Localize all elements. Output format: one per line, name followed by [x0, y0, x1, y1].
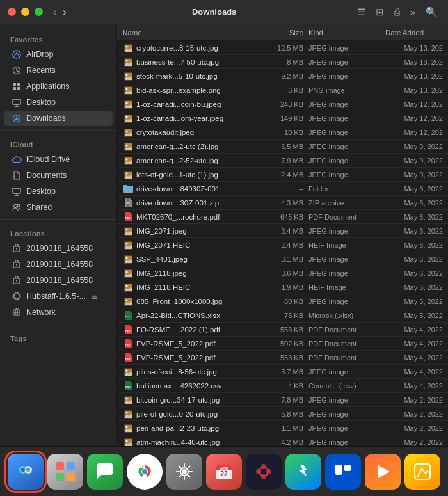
- view-list-button[interactable]: ☰: [355, 5, 368, 19]
- file-date: May 4, 2022: [385, 340, 443, 348]
- dock-item-launchpad[interactable]: [47, 454, 83, 490]
- share-button[interactable]: ⎙: [392, 5, 403, 19]
- table-row[interactable]: 1-oz-canadi...coin-bu.jpeg 243 KB JPEG i…: [117, 97, 448, 111]
- sidebar-item-applications[interactable]: Applications: [4, 79, 113, 94]
- table-row[interactable]: PDF MKT02670_...rochure.pdf 645 KB PDF D…: [117, 210, 448, 224]
- table-row[interactable]: bitcoin-gro...34-17-utc.jpg 7.8 MB JPEG …: [117, 393, 448, 407]
- dock-item-trello[interactable]: [325, 454, 361, 490]
- table-row[interactable]: PDF FVP-RSME_5_2022.pdf 553 KB PDF Docum…: [117, 351, 448, 365]
- dock-item-youtube[interactable]: [365, 454, 401, 490]
- sidebar-item-downloads[interactable]: Downloads ←: [4, 111, 113, 126]
- network-icon: [12, 307, 22, 317]
- table-row[interactable]: 685_Front_1000x1000.jpg 80 KB JPEG image…: [117, 294, 448, 308]
- back-button[interactable]: ‹: [51, 6, 59, 19]
- file-kind: PNG image: [308, 86, 385, 94]
- table-row[interactable]: american-g...2-utc (2).jpg 6.5 MB JPEG i…: [117, 140, 448, 154]
- dock-item-fantastical[interactable]: APR 22: [206, 454, 242, 490]
- svg-rect-100: [67, 462, 75, 470]
- more-button[interactable]: »: [408, 5, 418, 19]
- table-row[interactable]: atm-machin...4-40-utc.jpg 4.2 MB JPEG im…: [117, 435, 448, 446]
- file-size: 1.9 MB: [257, 284, 308, 291]
- table-row[interactable]: bid-ask-spr...example.png 6 KB PNG image…: [117, 83, 448, 97]
- sidebar-item-airdrop[interactable]: AirDrop: [4, 47, 113, 62]
- file-size: 3.7 MB: [257, 368, 308, 376]
- sidebar-item-desktop[interactable]: Desktop ←: [4, 95, 113, 110]
- sidebar-item-network[interactable]: Network: [4, 305, 113, 320]
- airdrop-icon: [12, 49, 22, 60]
- search-button[interactable]: 🔍: [423, 5, 440, 19]
- file-name: bullionmax-...4262022.csv: [136, 382, 257, 390]
- sidebar-item-shared[interactable]: Shared: [4, 200, 113, 215]
- sidebar-item-documents[interactable]: Documents: [4, 168, 113, 183]
- sidebar-item-desktop-icloud[interactable]: Desktop: [4, 184, 113, 199]
- column-headers: Name Size Kind Date Added: [117, 24, 448, 41]
- col-header-size[interactable]: Size: [257, 29, 308, 36]
- file-date: May 13, 202: [385, 86, 443, 94]
- desktop-label: Desktop: [26, 98, 56, 107]
- close-button[interactable]: [8, 8, 16, 16]
- dock-item-davinci[interactable]: [246, 454, 282, 490]
- view-grid-button[interactable]: ⊞: [373, 5, 387, 19]
- dock-item-chrome[interactable]: [127, 454, 163, 490]
- recents-icon: [12, 65, 22, 76]
- col-header-date[interactable]: Date Added: [385, 29, 443, 36]
- file-name: IMG_2071.jpeg: [136, 227, 257, 235]
- maximize-button[interactable]: [35, 8, 43, 16]
- icloud-icon: [12, 154, 22, 164]
- file-type-icon: [122, 240, 134, 250]
- sidebar-item-icloud-drive[interactable]: iCloud Drive: [4, 152, 113, 167]
- table-row[interactable]: 1-oz-canadi...om-year.jpeg 149 KB JPEG i…: [117, 111, 448, 125]
- svg-point-31: [125, 88, 127, 90]
- table-row[interactable]: IMG_2118.HEIC 1.9 MB HEIF Image May 6, 2…: [117, 280, 448, 294]
- dock-item-shortcuts[interactable]: [285, 454, 321, 490]
- desktop-icon: [12, 97, 22, 108]
- forward-button[interactable]: ›: [60, 6, 68, 19]
- file-type-icon: PDF: [122, 212, 134, 222]
- file-list: cryptocurre...8-15-utc.jpg 12.5 MB JPEG …: [117, 41, 448, 446]
- svg-point-113: [256, 469, 261, 474]
- dock-item-messages[interactable]: [87, 454, 123, 490]
- svg-point-97: [26, 468, 30, 472]
- table-row[interactable]: drive-downl...84930Z-001 -- Folder May 6…: [117, 182, 448, 196]
- table-row[interactable]: crytotaxaudit.jpeg 10 KB JPEG image May …: [117, 125, 448, 140]
- desktop-icloud-label: Desktop: [26, 187, 56, 196]
- table-row[interactable]: business-te...7-50-utc.jpg 8 MB JPEG ima…: [117, 55, 448, 69]
- minimize-button[interactable]: [21, 8, 29, 16]
- table-row[interactable]: SSP_4401.jpeg 3.1 MB JPEG image May 6, 2…: [117, 252, 448, 266]
- sidebar-item-recents[interactable]: Recents: [4, 63, 113, 78]
- dock-item-finder[interactable]: [8, 454, 44, 490]
- col-header-name[interactable]: Name: [122, 29, 257, 36]
- table-row[interactable]: IMG_2118.jpeg 3.6 MB JPEG image May 6, 2…: [117, 266, 448, 280]
- table-row[interactable]: CSV bullionmax-...4262022.csv 4 KB Commt…: [117, 379, 448, 393]
- file-size: 80 KB: [257, 298, 308, 305]
- file-date: May 13, 202: [385, 44, 443, 52]
- sidebar-item-hubstaff[interactable]: Hubstaff-1.6.5-... ⏏: [4, 289, 113, 304]
- table-row[interactable]: PDF FVP-RSME_5_2022.pdf 502 KB PDF Docum…: [117, 337, 448, 351]
- loc1-label: 20190318_164558: [26, 244, 93, 253]
- dock-item-settings[interactable]: [166, 454, 202, 490]
- table-row[interactable]: ZIP drive-downl...30Z-001.zip 4.3 MB ZIP…: [117, 196, 448, 210]
- table-row[interactable]: XLS Apr-22-BitI...CTIONS.xlsx 75 KB Micr…: [117, 308, 448, 323]
- sidebar-item-loc3[interactable]: 20190318_164558: [4, 273, 113, 288]
- table-row[interactable]: piles-of-coi...8-56-utc.jpg 3.7 MB JPEG …: [117, 365, 448, 379]
- col-header-kind[interactable]: Kind: [308, 29, 385, 36]
- svg-text:PDF: PDF: [125, 357, 131, 360]
- table-row[interactable]: stock-mark...5-10-utc.jpg 9.2 MB JPEG im…: [117, 69, 448, 83]
- file-date: May 6, 2022: [385, 284, 443, 291]
- table-row[interactable]: IMG_2071.jpeg 3.4 MB JPEG image May 6, 2…: [117, 224, 448, 238]
- table-row[interactable]: cryptocurre...8-15-utc.jpg 12.5 MB JPEG …: [117, 41, 448, 55]
- sidebar-item-loc1[interactable]: 20190318_164558: [4, 241, 113, 256]
- table-row[interactable]: pile-of-gold...0-20-utc.jpg 5.8 MB JPEG …: [117, 407, 448, 421]
- file-name: pile-of-gold...0-20-utc.jpg: [136, 410, 257, 418]
- file-name: drive-downl...84930Z-001: [136, 185, 257, 193]
- svg-rect-8: [13, 188, 20, 193]
- table-row[interactable]: american-g...2-52-utc.jpg 7.9 MB JPEG im…: [117, 154, 448, 168]
- table-row[interactable]: lots-of-gold...1-utc (1).jpg 2.4 MB JPEG…: [117, 168, 448, 182]
- table-row[interactable]: IMG_2071.HEIC 2.4 MB HEIF Image May 6, 2…: [117, 238, 448, 252]
- table-row[interactable]: PDF FO-RSME_...2022 (1).pdf 553 KB PDF D…: [117, 323, 448, 337]
- table-row[interactable]: pen-and-pa...2-23-utc.jpg 1.1 MB JPEG im…: [117, 421, 448, 435]
- file-kind: JPEG image: [308, 129, 385, 136]
- dock-item-haikei[interactable]: [404, 454, 440, 490]
- sidebar-item-loc2[interactable]: 20190318_164558: [4, 257, 113, 272]
- file-size: 7.9 MB: [257, 157, 308, 164]
